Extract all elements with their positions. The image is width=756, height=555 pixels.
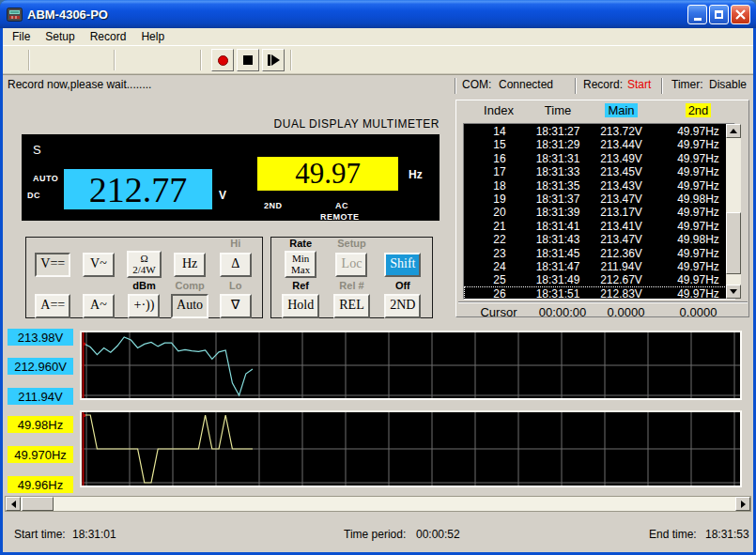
window-title: ABM-4306-PO <box>27 8 108 22</box>
annunciator-ac: AC <box>335 201 348 210</box>
table-cell: 49.97Hz <box>677 152 719 165</box>
table-cell: 49.97Hz <box>677 287 719 300</box>
off-label: Off <box>395 281 410 291</box>
auto-button[interactable]: Auto <box>171 294 208 318</box>
table-cell: 213.44V <box>600 138 642 151</box>
record-button[interactable] <box>211 49 234 71</box>
v-ac-button[interactable]: V~ <box>83 253 115 277</box>
table-cell: 18:31:37 <box>536 193 580 206</box>
timer-value: Disable <box>709 78 747 91</box>
table-row[interactable]: 1718:31:33213.45V49.97Hz <box>464 164 734 177</box>
table-row[interactable]: 1918:31:37213.47V49.98Hz <box>464 192 734 205</box>
a-ac-button[interactable]: A~ <box>83 294 115 318</box>
step-play-button[interactable] <box>262 49 285 71</box>
menu-help[interactable]: Help <box>133 28 172 45</box>
table-cell: 22 <box>493 233 505 246</box>
cursor-separator <box>458 301 748 303</box>
scroll-left-button[interactable] <box>6 497 21 511</box>
table-row[interactable]: 2418:31:47211.94V49.97Hz <box>464 259 734 272</box>
shift-button[interactable]: Shift <box>384 253 421 277</box>
keypad-left: HiV==V~Ω2/4WHzΔdBmCompLoA==A~+·))Auto∇ <box>25 237 263 318</box>
table-cell: 18:31:41 <box>536 220 580 233</box>
table-row[interactable]: 1818:31:35213.43V49.97Hz <box>464 178 734 192</box>
table-row[interactable]: 2018:31:39213.17V49.97Hz <box>464 205 734 218</box>
scroll-up-button[interactable] <box>726 124 741 138</box>
local-button[interactable]: Loc <box>335 253 367 277</box>
toolbar-separator <box>200 50 202 70</box>
v-dc-button[interactable]: V== <box>35 253 70 277</box>
record-list[interactable]: 1418:31:27213.72V49.97Hz1518:31:29213.44… <box>463 123 735 300</box>
annunciator-s: S <box>33 143 41 157</box>
lo-delta-button[interactable]: ∇ <box>220 294 252 318</box>
table-cell: 49.97Hz <box>677 220 719 233</box>
title-bar[interactable]: ABM-4306-PO <box>0 0 756 28</box>
frequency-chart[interactable] <box>80 410 742 487</box>
second-function-button[interactable]: 2ND <box>384 294 421 318</box>
setup-label: Setup <box>337 239 366 249</box>
table-header: Index Time Main 2nd <box>463 103 735 117</box>
rel-button[interactable]: REL <box>333 294 369 318</box>
lo-label: Lo <box>229 281 241 291</box>
com-value: Connected <box>499 78 553 91</box>
table-row[interactable]: 2518:31:49212.67V49.97Hz <box>464 272 734 285</box>
table-cell: 24 <box>493 260 505 273</box>
min-max-button[interactable]: MinMax <box>285 251 316 278</box>
table-row[interactable]: 2318:31:45212.36V49.97Hz <box>464 246 734 259</box>
chart-h-scrollbar[interactable] <box>5 496 751 512</box>
table-cell: 49.98Hz <box>677 193 719 206</box>
scrollbar-thumb[interactable] <box>726 212 741 274</box>
cursor-second-value: 0.0000 <box>680 305 717 319</box>
end-time-label: End time: <box>649 528 697 541</box>
ohm-2-4wire-button[interactable]: Ω2/4W <box>127 251 161 278</box>
hold-button[interactable]: Hold <box>282 294 319 318</box>
timer-label: Timer: <box>671 78 703 91</box>
header-main: Main <box>605 103 637 117</box>
annunciator-2nd: 2ND <box>264 201 283 210</box>
menu-file[interactable]: File <box>5 28 38 45</box>
scroll-down-button[interactable] <box>726 285 741 299</box>
close-button[interactable] <box>731 5 750 24</box>
app-client-area: File Setup Record Help Record now,please… <box>3 28 753 552</box>
table-cell: 18:31:35 <box>536 179 580 193</box>
menu-setup[interactable]: Setup <box>38 28 82 45</box>
rel--label: Rel # <box>339 281 363 291</box>
status-separator <box>661 78 663 94</box>
table-row[interactable]: 1418:31:27213.72V49.97Hz <box>464 124 734 137</box>
table-cell: 213.41V <box>600 220 642 233</box>
table-row[interactable]: 2618:31:51212.83V49.97Hz <box>464 286 734 300</box>
close-icon <box>735 9 746 20</box>
table-row[interactable]: 1618:31:31213.49V49.97Hz <box>464 151 734 164</box>
com-label: COM: <box>462 78 491 91</box>
cursor-time: 00:00:00 <box>539 305 587 319</box>
hz-button[interactable]: Hz <box>174 253 206 277</box>
annunciator-remote: REMOTE <box>320 212 360 222</box>
menu-record[interactable]: Record <box>83 28 134 45</box>
toolbar-separator <box>114 50 116 70</box>
table-cell: 213.43V <box>600 179 642 193</box>
minimize-button[interactable] <box>687 5 707 24</box>
status-bar: Record now,please wait........ COM: Conn… <box>3 74 753 94</box>
ref-label: Ref <box>292 281 309 291</box>
a-dc-button[interactable]: A== <box>35 294 70 318</box>
table-cell: 18 <box>493 179 505 193</box>
continuity-button[interactable]: +·)) <box>128 294 160 318</box>
h-scrollbar-thumb[interactable] <box>22 497 54 511</box>
record-table-panel: Index Time Main 2nd 1418:31:27213.72V49.… <box>455 100 749 317</box>
table-row[interactable]: 2218:31:43213.47V49.98Hz <box>464 232 734 245</box>
table-scrollbar[interactable] <box>726 124 741 299</box>
table-cell: 20 <box>493 206 505 219</box>
maximize-button[interactable] <box>709 5 729 24</box>
scroll-right-button[interactable] <box>735 497 750 511</box>
voltage-axis-min: 211.94V <box>8 388 73 405</box>
header-time: Time <box>542 103 574 117</box>
table-cell: 49.97Hz <box>677 247 719 260</box>
table-cell: 15 <box>493 138 505 151</box>
table-row[interactable]: 1518:31:29213.44V49.97Hz <box>464 137 734 150</box>
stop-button[interactable] <box>237 49 259 71</box>
hi-delta-button[interactable]: Δ <box>220 253 252 277</box>
voltage-chart[interactable] <box>80 331 742 400</box>
annunciator-dc: DC <box>27 191 40 200</box>
table-row[interactable]: 2118:31:41213.41V49.97Hz <box>464 219 734 232</box>
table-cell: 49.98Hz <box>677 233 719 246</box>
frequency-axis-max: 49.98Hz <box>8 416 73 433</box>
